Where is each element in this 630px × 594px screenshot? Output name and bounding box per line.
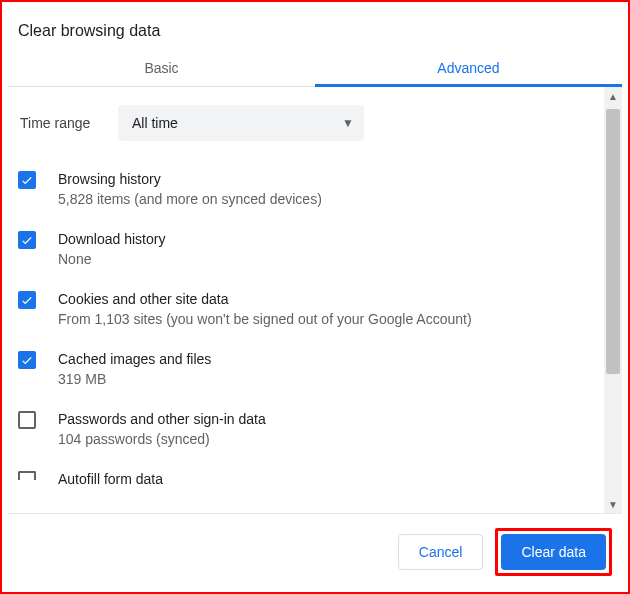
tab-basic-label: Basic	[144, 60, 178, 76]
checkbox-passwords[interactable]	[18, 411, 36, 429]
cancel-button-label: Cancel	[419, 544, 463, 560]
checkbox-cookies[interactable]	[18, 291, 36, 309]
item-title: Browsing history	[58, 169, 598, 189]
item-subtitle: 319 MB	[58, 369, 598, 389]
tab-advanced-label: Advanced	[437, 60, 499, 76]
item-subtitle: 104 passwords (synced)	[58, 429, 598, 449]
scrollbar-thumb[interactable]	[606, 109, 620, 374]
checkbox-cache[interactable]	[18, 351, 36, 369]
dialog-body: Time range All time ▼ B	[8, 87, 622, 514]
list-item: Cookies and other site data From 1,103 s…	[14, 279, 598, 339]
item-title: Download history	[58, 229, 598, 249]
dialog-title: Clear browsing data	[8, 8, 622, 52]
list-item: Autofill form data	[14, 459, 598, 489]
checkbox-autofill[interactable]	[18, 471, 36, 480]
item-subtitle: From 1,103 sites (you won't be signed ou…	[58, 309, 598, 329]
check-icon	[20, 353, 34, 367]
item-subtitle: 5,828 items (and more on synced devices)	[58, 189, 598, 209]
time-range-label: Time range	[18, 115, 118, 131]
chevron-down-icon: ▼	[342, 116, 354, 130]
checkbox-browsing-history[interactable]	[18, 171, 36, 189]
clear-data-button-label: Clear data	[521, 544, 586, 560]
tab-basic[interactable]: Basic	[8, 52, 315, 86]
content-area: Time range All time ▼ B	[8, 87, 604, 513]
list-item: Cached images and files 319 MB	[14, 339, 598, 399]
data-type-list: Browsing history 5,828 items (and more o…	[14, 159, 598, 489]
check-icon	[20, 293, 34, 307]
checkbox-download-history[interactable]	[18, 231, 36, 249]
clear-browsing-data-dialog: Clear browsing data Basic Advanced Time …	[8, 8, 622, 586]
scroll-down-icon[interactable]: ▼	[604, 495, 622, 513]
highlight-box: Clear data	[495, 528, 612, 576]
dialog-footer: Cancel Clear data	[8, 514, 622, 586]
list-item: Browsing history 5,828 items (and more o…	[14, 159, 598, 219]
time-range-value: All time	[132, 115, 178, 131]
item-title: Passwords and other sign-in data	[58, 409, 598, 429]
scroll-up-icon[interactable]: ▲	[604, 87, 622, 105]
item-title: Cached images and files	[58, 349, 598, 369]
dialog-frame: Clear browsing data Basic Advanced Time …	[0, 0, 630, 594]
time-range-row: Time range All time ▼	[14, 87, 598, 159]
clear-data-button[interactable]: Clear data	[501, 534, 606, 570]
scrollbar[interactable]: ▲ ▼	[604, 87, 622, 513]
tab-bar: Basic Advanced	[8, 52, 622, 87]
check-icon	[20, 233, 34, 247]
item-title: Cookies and other site data	[58, 289, 598, 309]
check-icon	[20, 173, 34, 187]
list-item: Passwords and other sign-in data 104 pas…	[14, 399, 598, 459]
tab-advanced[interactable]: Advanced	[315, 52, 622, 86]
cancel-button[interactable]: Cancel	[398, 534, 484, 570]
item-subtitle: None	[58, 249, 598, 269]
scrollbar-track[interactable]	[604, 105, 622, 495]
time-range-select[interactable]: All time ▼	[118, 105, 364, 141]
list-item: Download history None	[14, 219, 598, 279]
item-title: Autofill form data	[58, 469, 598, 489]
